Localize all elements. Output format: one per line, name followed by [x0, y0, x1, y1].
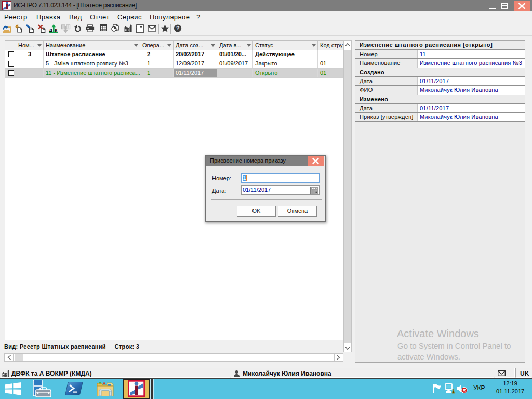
svg-text:?: ?	[176, 25, 180, 32]
